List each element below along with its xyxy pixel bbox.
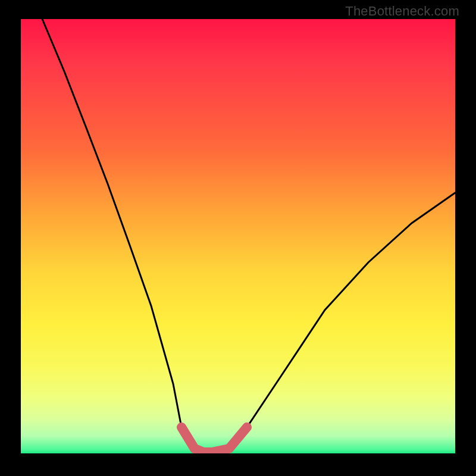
plot-area: [21, 19, 455, 453]
bottleneck-curve: [42, 19, 455, 453]
chart-frame: TheBottleneck.com: [0, 0, 476, 476]
optimal-zone-highlight: [181, 427, 247, 452]
curve-svg: [21, 19, 455, 453]
watermark-text: TheBottleneck.com: [345, 4, 459, 19]
